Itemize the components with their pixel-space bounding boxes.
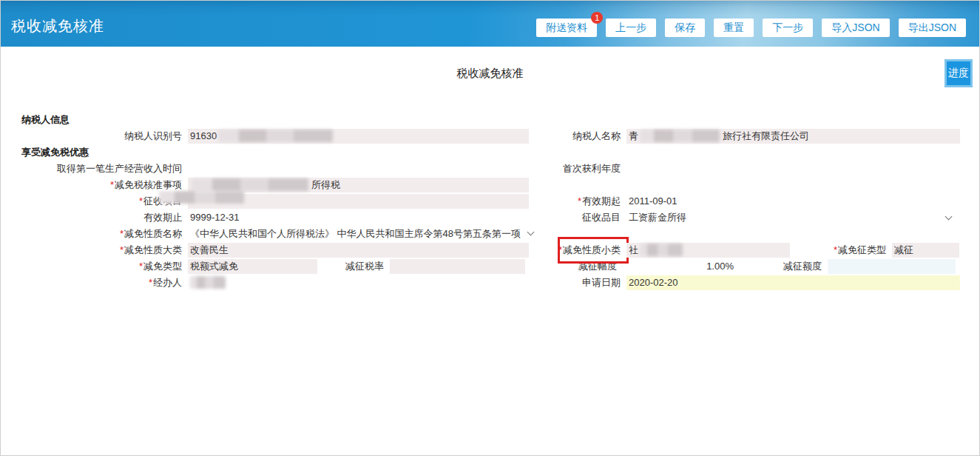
required-marker: * xyxy=(120,228,124,239)
page-title: 税收减免核准 xyxy=(1,47,979,79)
first-income-label: 取得第一笔生产经营收入时间 xyxy=(1,162,186,175)
nature-minor-field[interactable]: 社 xyxy=(626,243,790,258)
taxpayer-name-prefix: 青 xyxy=(629,130,638,141)
form: 纳税人信息 纳税人识别号 91630 纳税人名称 青旅行社有限责任公司 享受减免… xyxy=(1,112,979,290)
first-profit-year-field[interactable] xyxy=(626,161,960,176)
reduced-tax-rate-label: 减征税率 xyxy=(317,260,388,273)
taxpayer-name-label: 纳税人名称 xyxy=(529,130,624,143)
valid-to-field[interactable]: 9999-12-31 xyxy=(188,210,529,225)
progress-button[interactable]: 进度 xyxy=(944,59,973,87)
relief-type-value: 税额式减免 xyxy=(190,261,238,272)
approval-item-field[interactable]: 所得税 xyxy=(188,178,529,192)
levy-item-field[interactable]: 工资薪金所得 xyxy=(626,210,960,225)
levy-item-label: 征收品目 xyxy=(529,211,624,224)
valid-from-value: 2011-09-01 xyxy=(629,195,677,207)
notification-badge: 1 xyxy=(591,12,603,24)
reduction-amount-label: 减征额度 xyxy=(738,260,825,273)
approval-item-value: 所得税 xyxy=(311,179,340,190)
censored-block xyxy=(640,244,683,256)
reduction-range-value: 1.00% xyxy=(706,261,734,272)
relief-type-label: *减免类型 xyxy=(1,260,186,273)
row-relief-type: *减免类型 税额式减免 减征税率 减征幅度 1.00% 减征额度 xyxy=(1,258,979,274)
nature-minor-label: *减免性质小类 xyxy=(529,244,624,257)
required-marker: * xyxy=(120,244,124,255)
tin-label: 纳税人识别号 xyxy=(1,130,186,143)
agent-field[interactable] xyxy=(188,275,529,290)
valid-from-label: *有效期起 xyxy=(529,195,624,208)
taxpayer-name-field[interactable]: 青旅行社有限责任公司 xyxy=(626,129,960,144)
row-nature-name: *减免性质名称 《中华人民共和国个人所得税法》 中华人民共和国主席令第48号第五… xyxy=(1,226,979,241)
next-step-button[interactable]: 下一步 xyxy=(763,19,813,37)
nature-name-value: 《中华人民共和国个人所得税法》 中华人民共和国主席令第48号第五条第一项 xyxy=(190,228,521,239)
valid-from-field[interactable]: 2011-09-01 xyxy=(626,194,960,209)
apply-date-field[interactable]: 2020-02-20 xyxy=(626,275,960,290)
first-income-field[interactable] xyxy=(188,161,529,176)
censored-block xyxy=(192,178,308,191)
relief-type-field[interactable]: 税额式减免 xyxy=(188,259,317,274)
reduce-levy-type-label: *减免征类型 xyxy=(790,244,890,257)
censored-block xyxy=(190,276,226,289)
nature-major-field[interactable]: 改善民生 xyxy=(188,243,529,258)
row-levy-project: *征收项目 *有效期起 2011-09-01 xyxy=(1,193,979,209)
reduce-levy-type-value: 减征 xyxy=(894,244,913,255)
censored-block xyxy=(218,130,333,142)
prev-step-button[interactable]: 上一步 xyxy=(606,19,656,37)
tin-field[interactable]: 91630 xyxy=(188,129,529,144)
required-marker: * xyxy=(578,195,581,207)
export-json-button[interactable]: 导出JSON xyxy=(899,19,966,37)
tin-value: 91630 xyxy=(190,130,217,141)
censored-block xyxy=(159,191,244,204)
valid-to-label: 有效期止 xyxy=(1,211,186,224)
reduce-levy-type-field[interactable]: 减征 xyxy=(892,243,959,258)
import-json-button[interactable]: 导入JSON xyxy=(822,19,889,37)
header-toolbar: 附送资料 1 上一步 保存 重置 下一步 导入JSON 导出JSON xyxy=(536,19,966,37)
levy-project-label: *征收项目 xyxy=(1,195,186,208)
apply-date-value: 2020-02-20 xyxy=(629,277,678,288)
required-marker: * xyxy=(834,244,837,255)
section-taxpayer-info: 纳税人信息 xyxy=(1,112,979,127)
reduction-range-label: 减征幅度 xyxy=(525,260,621,273)
required-marker: * xyxy=(558,244,562,255)
taxpayer-name-suffix: 旅行社有限责任公司 xyxy=(723,130,809,141)
row-first-income: 取得第一笔生产经营收入时间 首次获利年度 xyxy=(1,161,979,176)
censored-block xyxy=(640,130,720,142)
row-nature-class: *减免性质大类 改善民生 *减免性质小类 社 *减免征类型 减征 xyxy=(1,242,979,258)
required-marker: * xyxy=(139,195,143,207)
agent-label: *经办人 xyxy=(1,276,186,289)
chevron-down-icon[interactable] xyxy=(527,228,535,235)
nature-major-value: 改善民生 xyxy=(190,244,229,255)
approval-item-label: *减免税核准事项 xyxy=(1,178,186,192)
reset-button[interactable]: 重置 xyxy=(714,19,754,37)
reduction-range-field[interactable]: 1.00% xyxy=(623,259,738,274)
required-marker: * xyxy=(110,179,114,190)
attach-documents-label: 附送资料 xyxy=(546,21,587,33)
save-button[interactable]: 保存 xyxy=(665,19,705,37)
row-tin-name: 纳税人识别号 91630 纳税人名称 青旅行社有限责任公司 xyxy=(1,128,979,144)
row-agent-date: *经办人 申请日期 2020-02-20 xyxy=(1,275,979,290)
attach-documents-button[interactable]: 附送资料 1 xyxy=(536,19,597,37)
required-marker: * xyxy=(139,261,143,272)
page: 税收减免核准 附送资料 1 上一步 保存 重置 下一步 导入JSON 导出JSO… xyxy=(0,0,980,456)
levy-item-value: 工资薪金所得 xyxy=(629,212,686,223)
reduction-amount-field[interactable] xyxy=(828,259,956,274)
first-profit-year-label: 首次获利年度 xyxy=(529,162,624,175)
section-benefit: 享受减免税优惠 xyxy=(1,144,979,160)
nature-name-field[interactable]: 《中华人民共和国个人所得税法》 中华人民共和国主席令第48号第五条第一项 xyxy=(188,227,535,241)
nature-major-label: *减免性质大类 xyxy=(1,244,186,257)
valid-to-value: 9999-12-31 xyxy=(190,212,240,223)
nature-name-label: *减免性质名称 xyxy=(1,227,186,241)
levy-project-field[interactable] xyxy=(188,194,529,209)
nature-minor-value: 社 xyxy=(629,244,638,255)
app-title: 税收减免核准 xyxy=(11,16,104,36)
reduced-tax-rate-field[interactable] xyxy=(390,259,525,274)
header-bar: 税收减免核准 附送资料 1 上一步 保存 重置 下一步 导入JSON 导出JSO… xyxy=(1,1,979,47)
row-approval-item: *减免税核准事项 所得税 xyxy=(1,177,979,192)
required-marker: * xyxy=(149,277,152,288)
chevron-down-icon[interactable] xyxy=(945,212,953,220)
apply-date-label: 申请日期 xyxy=(529,276,624,289)
row-valid-to: 有效期止 9999-12-31 征收品目 工资薪金所得 xyxy=(1,209,979,225)
